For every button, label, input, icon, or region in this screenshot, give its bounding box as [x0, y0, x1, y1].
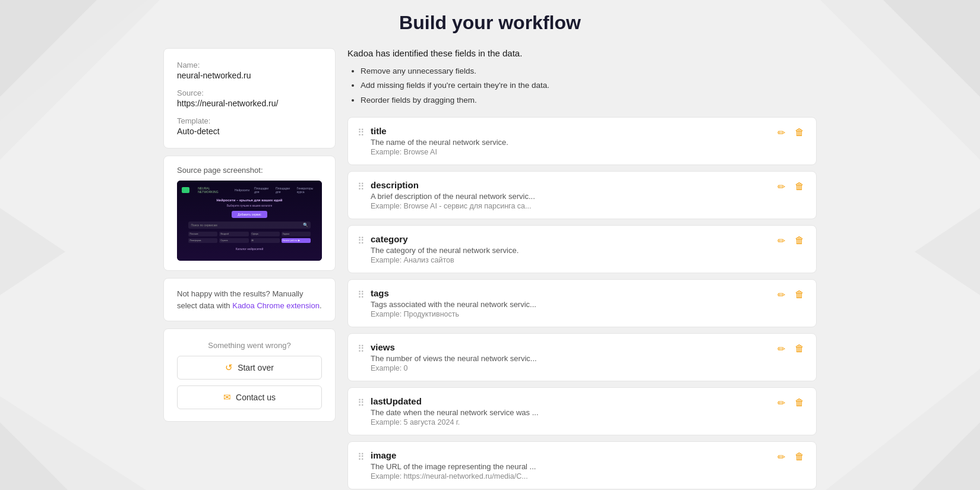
- field-name: image: [371, 450, 769, 460]
- drag-handle[interactable]: ⠿: [358, 234, 365, 246]
- field-info: lastUpdated The date when the neural net…: [371, 396, 769, 426]
- field-card-header: ⠿ image The URL of the image representin…: [358, 450, 807, 480]
- field-example: Example: 5 августа 2024 г.: [371, 418, 769, 426]
- name-label: Name:: [177, 61, 322, 69]
- field-edit-button[interactable]: ✏: [775, 288, 788, 302]
- source-label: Source:: [177, 88, 322, 97]
- field-info: tags Tags associated with the neural net…: [371, 288, 769, 318]
- field-example: Example: https://neural-networked.ru/med…: [371, 472, 769, 480]
- field-card-header: ⠿ views The number of views the neural n…: [358, 342, 807, 372]
- field-delete-button[interactable]: 🗑: [792, 126, 807, 139]
- field-example: Example: Browse AI - сервис для парсинга…: [371, 202, 769, 210]
- field-name: category: [371, 234, 769, 244]
- template-value: Auto-detect: [177, 127, 322, 136]
- field-actions: ✏ 🗑: [775, 126, 807, 140]
- field-description: The category of the neural network servi…: [371, 246, 769, 255]
- field-name: description: [371, 180, 769, 190]
- field-delete-button[interactable]: 🗑: [792, 180, 807, 193]
- field-description: The number of views the neural network s…: [371, 354, 769, 363]
- field-actions: ✏ 🗑: [775, 180, 807, 194]
- name-field: Name: neural-networked.ru: [177, 61, 322, 80]
- fields-header: Kadoa has identified these fields in the…: [347, 48, 817, 58]
- field-delete-button[interactable]: 🗑: [792, 288, 807, 301]
- field-card: ⠿ category The category of the neural ne…: [347, 225, 817, 273]
- manual-select-card: Not happy with the results? Manually sel…: [163, 278, 336, 321]
- manual-select-suffix: .: [320, 301, 322, 310]
- field-edit-button[interactable]: ✏: [775, 180, 788, 194]
- field-card: ⠿ image The URL of the image representin…: [347, 441, 817, 489]
- field-description: The date when the neural network service…: [371, 408, 769, 417]
- field-card-header: ⠿ category The category of the neural ne…: [358, 234, 807, 264]
- source-value: https://neural-networked.ru/: [177, 99, 322, 108]
- screenshot-label: Source page screenshot:: [177, 166, 322, 175]
- field-info: image The URL of the image representing …: [371, 450, 769, 480]
- field-info: views The number of views the neural net…: [371, 342, 769, 372]
- field-delete-button[interactable]: 🗑: [792, 396, 807, 409]
- field-card: ⠿ lastUpdated The date when the neural n…: [347, 387, 817, 435]
- bullet-1: Remove any unnecessary fields.: [361, 64, 817, 78]
- field-edit-button[interactable]: ✏: [775, 396, 788, 410]
- field-actions: ✏ 🗑: [775, 234, 807, 248]
- left-panel: Name: neural-networked.ru Source: https:…: [163, 48, 336, 422]
- right-panel: Kadoa has identified these fields in the…: [347, 48, 817, 490]
- field-card-header: ⠿ lastUpdated The date when the neural n…: [358, 396, 807, 426]
- field-description: A brief description of the neural networ…: [371, 192, 769, 201]
- drag-handle[interactable]: ⠿: [358, 450, 365, 463]
- field-example: Example: Browse AI: [371, 148, 769, 156]
- fields-bullets: Remove any unnecessary fields. Add missi…: [347, 64, 817, 108]
- screenshot-image: NEURAL NETWORKING Нейросети Площадки для…: [177, 181, 322, 261]
- page-title: Build your workflow: [399, 12, 581, 34]
- field-name: tags: [371, 288, 769, 298]
- drag-handle[interactable]: ⠿: [358, 396, 365, 409]
- bullet-3: Reorder fields by dragging them.: [361, 93, 817, 108]
- start-over-button[interactable]: ↺ Start over: [177, 356, 322, 380]
- field-actions: ✏ 🗑: [775, 450, 807, 464]
- field-info: title The name of the neural network ser…: [371, 126, 769, 156]
- fields-list: ⠿ title The name of the neural network s…: [347, 117, 817, 489]
- field-card: ⠿ tags Tags associated with the neural n…: [347, 279, 817, 327]
- source-field: Source: https://neural-networked.ru/: [177, 88, 322, 108]
- screenshot-card: Source page screenshot: NEURAL NETWORKIN…: [163, 156, 336, 271]
- field-description: The name of the neural network service.: [371, 138, 769, 147]
- drag-handle[interactable]: ⠿: [358, 288, 365, 301]
- drag-handle[interactable]: ⠿: [358, 126, 365, 138]
- drag-handle[interactable]: ⠿: [358, 180, 365, 192]
- main-layout: Name: neural-networked.ru Source: https:…: [163, 48, 817, 490]
- trouble-label: Something went wrong?: [208, 341, 290, 350]
- drag-handle[interactable]: ⠿: [358, 342, 365, 355]
- contact-us-label: Contact us: [236, 393, 276, 402]
- field-delete-button[interactable]: 🗑: [792, 234, 807, 247]
- field-description: Tags associated with the neural network …: [371, 300, 769, 309]
- field-actions: ✏ 🗑: [775, 396, 807, 410]
- chrome-extension-link[interactable]: Kadoa Chrome extension: [232, 301, 320, 310]
- start-over-icon: ↺: [225, 362, 233, 373]
- field-name: lastUpdated: [371, 396, 769, 406]
- field-example: Example: 0: [371, 364, 769, 372]
- field-card: ⠿ description A brief description of the…: [347, 171, 817, 219]
- info-card: Name: neural-networked.ru Source: https:…: [163, 48, 336, 148]
- start-over-label: Start over: [238, 363, 274, 372]
- field-edit-button[interactable]: ✏: [775, 342, 788, 356]
- field-card-header: ⠿ title The name of the neural network s…: [358, 126, 807, 156]
- field-edit-button[interactable]: ✏: [775, 126, 788, 140]
- trouble-card: Something went wrong? ↺ Start over ✉ Con…: [163, 328, 336, 422]
- mail-icon: ✉: [223, 392, 231, 403]
- field-card-header: ⠿ tags Tags associated with the neural n…: [358, 288, 807, 318]
- field-actions: ✏ 🗑: [775, 342, 807, 356]
- template-label: Template:: [177, 116, 322, 125]
- template-field: Template: Auto-detect: [177, 116, 322, 136]
- contact-us-button[interactable]: ✉ Contact us: [177, 385, 322, 409]
- field-name: title: [371, 126, 769, 136]
- field-name: views: [371, 342, 769, 352]
- field-delete-button[interactable]: 🗑: [792, 342, 807, 355]
- field-delete-button[interactable]: 🗑: [792, 450, 807, 463]
- bullet-2: Add missing fields if you're certain the…: [361, 78, 817, 93]
- field-example: Example: Анализ сайтов: [371, 256, 769, 264]
- field-actions: ✏ 🗑: [775, 288, 807, 302]
- field-card-header: ⠿ description A brief description of the…: [358, 180, 807, 210]
- field-edit-button[interactable]: ✏: [775, 234, 788, 248]
- field-card: ⠿ title The name of the neural network s…: [347, 117, 817, 165]
- field-card: ⠿ views The number of views the neural n…: [347, 333, 817, 381]
- field-edit-button[interactable]: ✏: [775, 450, 788, 464]
- field-example: Example: Продуктивность: [371, 310, 769, 318]
